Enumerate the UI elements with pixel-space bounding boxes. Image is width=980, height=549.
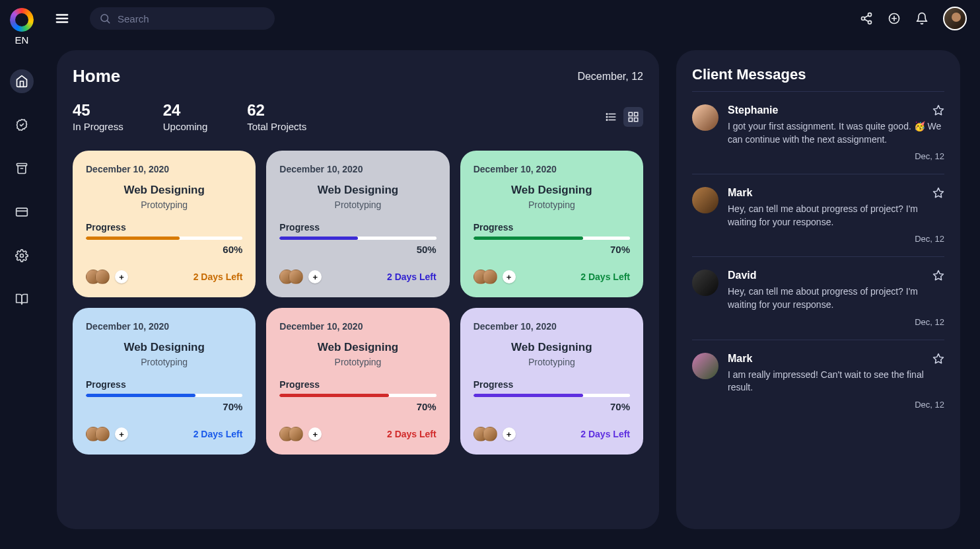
progress-percent: 70% [473, 244, 630, 255]
add-button[interactable] [888, 12, 901, 25]
add-participant-button[interactable]: + [308, 270, 322, 283]
card-subtitle: Prototyping [279, 200, 436, 210]
star-icon [932, 187, 944, 199]
project-card[interactable]: December 10, 2020 Web Designing Prototyp… [73, 308, 256, 455]
messages-panel: Client Messages Stephanie I got your fir… [676, 50, 960, 529]
stat-label: Total Projects [247, 121, 306, 132]
svg-line-14 [864, 15, 868, 17]
progress-label: Progress [86, 379, 242, 390]
grid-icon [627, 111, 639, 123]
nav-billing[interactable] [10, 200, 34, 224]
add-participant-button[interactable]: + [308, 427, 322, 441]
add-participant-button[interactable]: + [115, 270, 128, 283]
svg-marker-29 [934, 188, 944, 198]
star-button[interactable] [932, 353, 944, 365]
svg-rect-2 [17, 208, 28, 216]
message-text: Hey, can tell me about progress of proje… [728, 285, 944, 311]
message-item[interactable]: Stephanie I got your first assignment. I… [692, 91, 944, 174]
svg-marker-30 [934, 271, 944, 280]
list-view-button[interactable] [601, 107, 621, 127]
card-subtitle: Prototyping [86, 357, 242, 367]
message-text: Hey, can tell me about progress of proje… [728, 203, 944, 229]
nav-settings[interactable] [10, 244, 34, 268]
progress-bar [86, 237, 242, 240]
stats-group: 45 In Progress24 Upcoming62 Total Projec… [73, 101, 306, 132]
progress-label: Progress [86, 222, 242, 233]
header-date: December, 12 [577, 71, 643, 83]
project-card[interactable]: December 10, 2020 Web Designing Prototyp… [266, 308, 449, 455]
stat-block: 62 Total Projects [247, 101, 306, 132]
days-left: 2 Days Left [580, 272, 630, 282]
nav-verify[interactable] [10, 113, 34, 137]
stat-label: In Progress [73, 121, 123, 132]
card-subtitle: Prototyping [279, 357, 436, 367]
sidebar: EN [0, 0, 44, 549]
menu-toggle[interactable] [54, 11, 70, 26]
participant-avatar [289, 427, 303, 441]
user-avatar[interactable] [943, 7, 967, 30]
plus-icon: + [119, 272, 124, 282]
gear-icon [15, 249, 28, 262]
nav-home[interactable] [10, 69, 34, 93]
days-left: 2 Days Left [193, 272, 243, 282]
share-button[interactable] [860, 12, 873, 25]
svg-line-13 [864, 19, 868, 21]
message-item[interactable]: Mark I am really impressed! Can't wait t… [692, 340, 944, 422]
add-participant-button[interactable]: + [503, 270, 516, 283]
participants: + [279, 270, 322, 284]
card-date: December 10, 2020 [473, 321, 630, 332]
bell-icon [915, 12, 928, 25]
app-logo [10, 8, 34, 32]
archive-icon [15, 162, 28, 175]
share-icon [860, 12, 873, 25]
participants: + [473, 427, 516, 441]
grid-view-button[interactable] [623, 107, 643, 127]
messages-title: Client Messages [692, 66, 944, 83]
stat-label: Upcoming [163, 121, 208, 132]
nav-archive[interactable] [10, 157, 34, 180]
message-date: Dec, 12 [728, 400, 944, 410]
card-date: December 10, 2020 [473, 164, 630, 174]
svg-point-23 [606, 119, 608, 120]
progress-percent: 60% [86, 244, 242, 255]
add-participant-button[interactable]: + [115, 427, 128, 441]
badge-check-icon [15, 118, 28, 131]
message-date: Dec, 12 [728, 151, 944, 161]
credit-card-icon [15, 205, 28, 219]
home-panel: Home December, 12 45 In Progress24 Upcom… [57, 50, 659, 529]
message-item[interactable]: David Hey, can tell me about progress of… [692, 256, 944, 339]
star-icon [932, 104, 944, 116]
svg-marker-28 [934, 106, 944, 115]
card-title: Web Designing [279, 341, 436, 354]
svg-marker-31 [934, 353, 944, 363]
messages-list: Stephanie I got your first assignment. I… [692, 91, 944, 422]
card-subtitle: Prototyping [473, 200, 630, 210]
message-sender: David [728, 270, 757, 281]
search-container [90, 7, 275, 30]
notifications-button[interactable] [915, 12, 928, 25]
stat-block: 24 Upcoming [163, 101, 208, 132]
project-card[interactable]: December 10, 2020 Web Designing Prototyp… [460, 308, 643, 455]
project-card[interactable]: December 10, 2020 Web Designing Prototyp… [460, 151, 643, 297]
message-item[interactable]: Mark Hey, can tell me about progress of … [692, 174, 944, 256]
progress-percent: 70% [279, 401, 436, 412]
project-card[interactable]: December 10, 2020 Web Designing Prototyp… [73, 151, 256, 297]
progress-bar [473, 237, 630, 240]
progress-label: Progress [473, 379, 630, 390]
language-label[interactable]: EN [15, 34, 29, 46]
progress-bar [279, 394, 436, 397]
stat-value: 45 [73, 101, 123, 120]
svg-rect-25 [635, 112, 638, 116]
search-input[interactable] [118, 13, 265, 24]
star-button[interactable] [932, 270, 944, 281]
plus-icon: + [313, 429, 318, 439]
participants: + [279, 427, 322, 441]
nav-docs[interactable] [10, 287, 34, 311]
card-title: Web Designing [473, 184, 630, 197]
star-button[interactable] [932, 104, 944, 116]
star-button[interactable] [932, 187, 944, 199]
search-icon [99, 13, 111, 24]
project-card[interactable]: December 10, 2020 Web Designing Prototyp… [266, 151, 449, 297]
add-participant-button[interactable]: + [503, 427, 516, 441]
days-left: 2 Days Left [580, 429, 630, 439]
